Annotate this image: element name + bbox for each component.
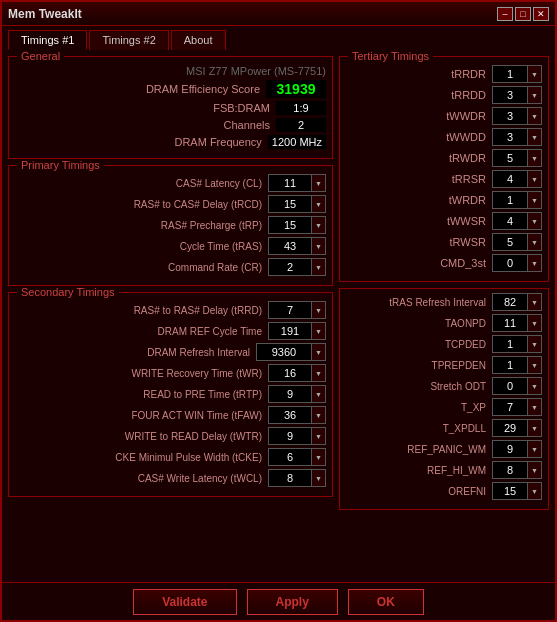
spin-input[interactable]	[492, 107, 528, 125]
ok-button[interactable]: OK	[348, 589, 424, 615]
spin-input[interactable]	[268, 216, 312, 234]
spin-arrow-button[interactable]	[528, 212, 542, 230]
spin-arrow-button[interactable]	[528, 461, 542, 479]
spin-input[interactable]	[268, 237, 312, 255]
spin-input[interactable]	[492, 377, 528, 395]
spin-arrow-button[interactable]	[312, 174, 326, 192]
spin-control[interactable]	[268, 427, 326, 445]
minimize-button[interactable]: –	[497, 7, 513, 21]
spin-input[interactable]	[256, 343, 312, 361]
tab-about[interactable]: About	[171, 30, 226, 50]
spin-control[interactable]	[492, 398, 542, 416]
spin-input[interactable]	[492, 293, 528, 311]
spin-input[interactable]	[268, 258, 312, 276]
spin-arrow-button[interactable]	[528, 314, 542, 332]
spin-arrow-button[interactable]	[528, 377, 542, 395]
spin-input[interactable]	[492, 482, 528, 500]
spin-arrow-button[interactable]	[312, 195, 326, 213]
spin-arrow-button[interactable]	[312, 385, 326, 403]
spin-arrow-button[interactable]	[528, 293, 542, 311]
spin-control[interactable]	[268, 322, 326, 340]
spin-arrow-button[interactable]	[312, 427, 326, 445]
spin-control[interactable]	[268, 406, 326, 424]
spin-input[interactable]	[492, 335, 528, 353]
spin-input[interactable]	[492, 191, 528, 209]
spin-control[interactable]	[268, 469, 326, 487]
spin-control[interactable]	[492, 335, 542, 353]
spin-control[interactable]	[268, 364, 326, 382]
spin-input[interactable]	[268, 195, 312, 213]
spin-input[interactable]	[492, 254, 528, 272]
close-button[interactable]: ✕	[533, 7, 549, 21]
spin-input[interactable]	[268, 301, 312, 319]
spin-control[interactable]	[268, 301, 326, 319]
spin-control[interactable]	[268, 174, 326, 192]
spin-control[interactable]	[492, 419, 542, 437]
spin-arrow-button[interactable]	[528, 128, 542, 146]
spin-arrow-button[interactable]	[528, 170, 542, 188]
spin-arrow-button[interactable]	[312, 258, 326, 276]
spin-input[interactable]	[492, 86, 528, 104]
spin-arrow-button[interactable]	[528, 440, 542, 458]
spin-input[interactable]	[492, 398, 528, 416]
spin-input[interactable]	[492, 461, 528, 479]
spin-control[interactable]	[492, 254, 542, 272]
spin-input[interactable]	[268, 427, 312, 445]
spin-arrow-button[interactable]	[312, 216, 326, 234]
spin-arrow-button[interactable]	[312, 343, 326, 361]
spin-input[interactable]	[492, 128, 528, 146]
spin-control[interactable]	[492, 314, 542, 332]
spin-control[interactable]	[492, 107, 542, 125]
spin-arrow-button[interactable]	[528, 233, 542, 251]
spin-control[interactable]	[492, 293, 542, 311]
spin-control[interactable]	[492, 86, 542, 104]
spin-arrow-button[interactable]	[312, 237, 326, 255]
spin-input[interactable]	[268, 364, 312, 382]
validate-button[interactable]: Validate	[133, 589, 236, 615]
spin-input[interactable]	[492, 440, 528, 458]
spin-arrow-button[interactable]	[312, 469, 326, 487]
spin-input[interactable]	[492, 65, 528, 83]
spin-input[interactable]	[268, 174, 312, 192]
spin-input[interactable]	[492, 419, 528, 437]
apply-button[interactable]: Apply	[247, 589, 338, 615]
spin-input[interactable]	[492, 212, 528, 230]
spin-arrow-button[interactable]	[528, 398, 542, 416]
spin-control[interactable]	[492, 356, 542, 374]
spin-control[interactable]	[492, 440, 542, 458]
spin-control[interactable]	[492, 65, 542, 83]
spin-control[interactable]	[492, 212, 542, 230]
spin-control[interactable]	[268, 216, 326, 234]
spin-control[interactable]	[492, 191, 542, 209]
spin-control[interactable]	[492, 461, 542, 479]
spin-input[interactable]	[492, 170, 528, 188]
spin-arrow-button[interactable]	[528, 191, 542, 209]
tab-timings2[interactable]: Timings #2	[89, 30, 168, 50]
spin-arrow-button[interactable]	[528, 86, 542, 104]
spin-arrow-button[interactable]	[312, 364, 326, 382]
spin-control[interactable]	[268, 237, 326, 255]
spin-input[interactable]	[268, 448, 312, 466]
spin-control[interactable]	[492, 377, 542, 395]
spin-input[interactable]	[492, 314, 528, 332]
spin-arrow-button[interactable]	[312, 448, 326, 466]
spin-control[interactable]	[492, 149, 542, 167]
spin-control[interactable]	[268, 258, 326, 276]
spin-control[interactable]	[492, 128, 542, 146]
spin-arrow-button[interactable]	[528, 107, 542, 125]
spin-arrow-button[interactable]	[528, 335, 542, 353]
spin-arrow-button[interactable]	[528, 419, 542, 437]
maximize-button[interactable]: □	[515, 7, 531, 21]
spin-input[interactable]	[492, 356, 528, 374]
spin-input[interactable]	[492, 233, 528, 251]
spin-arrow-button[interactable]	[312, 301, 326, 319]
spin-input[interactable]	[268, 469, 312, 487]
spin-input[interactable]	[268, 322, 312, 340]
spin-arrow-button[interactable]	[312, 322, 326, 340]
spin-arrow-button[interactable]	[528, 65, 542, 83]
spin-arrow-button[interactable]	[312, 406, 326, 424]
spin-arrow-button[interactable]	[528, 482, 542, 500]
spin-input[interactable]	[492, 149, 528, 167]
spin-control[interactable]	[492, 170, 542, 188]
tab-timings1[interactable]: Timings #1	[8, 30, 87, 50]
